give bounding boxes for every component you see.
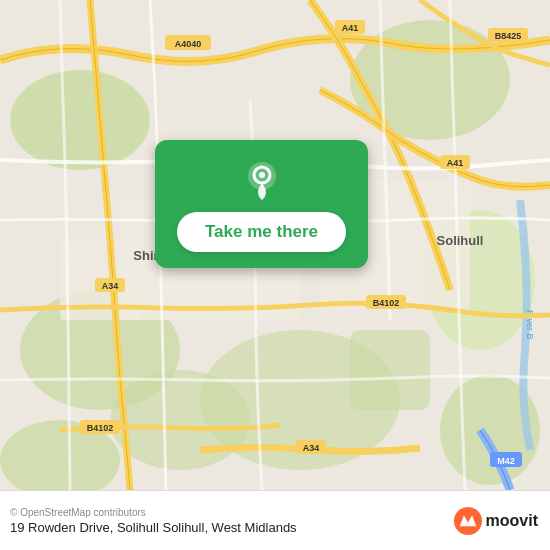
green-card: Take me there [155, 140, 368, 268]
bottom-bar: © OpenStreetMap contributors 19 Rowden D… [0, 490, 550, 550]
moovit-logo[interactable]: moovit [454, 507, 538, 535]
svg-text:A4040: A4040 [175, 39, 202, 49]
button-overlay: Take me there [155, 140, 368, 268]
svg-point-1 [10, 70, 150, 170]
take-me-there-button[interactable]: Take me there [177, 212, 346, 252]
svg-text:B8425: B8425 [495, 31, 522, 41]
map-container: River B [0, 0, 550, 490]
svg-rect-8 [350, 330, 430, 410]
svg-text:M42: M42 [497, 456, 515, 466]
svg-point-36 [259, 172, 265, 178]
copyright-text: © OpenStreetMap contributors [10, 507, 454, 518]
svg-text:A41: A41 [447, 158, 464, 168]
svg-text:B4102: B4102 [373, 298, 400, 308]
svg-point-9 [110, 370, 250, 470]
svg-text:B4102: B4102 [87, 423, 114, 433]
svg-text:A34: A34 [303, 443, 320, 453]
address-text: 19 Rowden Drive, Solihull Solihull, West… [10, 520, 454, 535]
moovit-icon [454, 507, 482, 535]
svg-text:A41: A41 [342, 23, 359, 33]
svg-text:Solihull: Solihull [437, 233, 484, 248]
address-section: © OpenStreetMap contributors 19 Rowden D… [10, 507, 454, 535]
location-pin-icon [240, 158, 284, 202]
svg-text:A34: A34 [102, 281, 119, 291]
moovit-brand-text: moovit [486, 512, 538, 530]
svg-marker-37 [460, 516, 476, 526]
